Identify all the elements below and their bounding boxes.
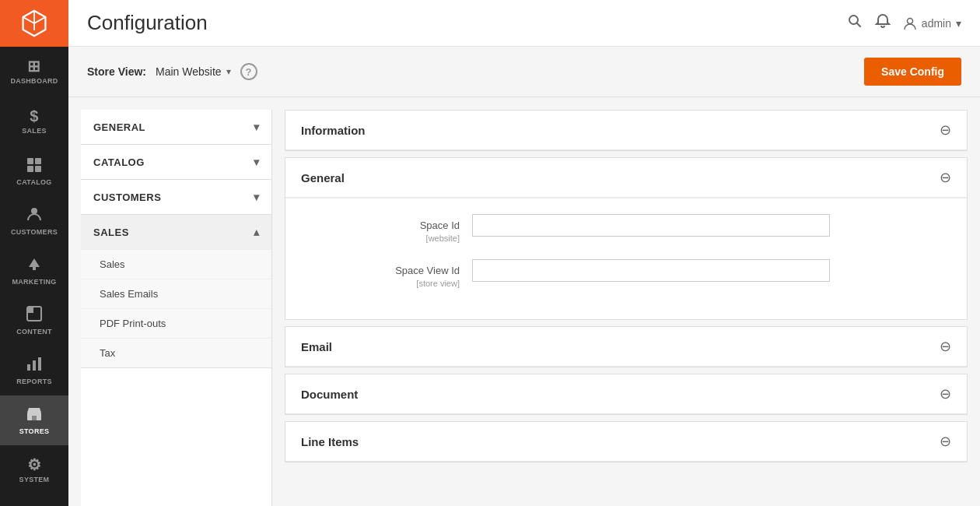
general-chevron-icon: ▾: [254, 121, 260, 133]
marketing-svg-icon: [26, 255, 43, 272]
space-id-input[interactable]: [472, 214, 830, 237]
panel-section-sales-label: SALES: [93, 227, 129, 238]
email-section-header[interactable]: Email ⊖: [285, 327, 967, 367]
sidebar-item-label: REPORTS: [16, 378, 52, 386]
svg-rect-7: [27, 307, 33, 313]
sidebar-item-catalog[interactable]: CATALOG: [0, 146, 68, 196]
magento-logo-icon: [20, 9, 48, 37]
sidebar-item-content[interactable]: CONTENT: [0, 296, 68, 346]
sidebar-item-label: STORES: [19, 427, 50, 436]
search-button[interactable]: [847, 13, 863, 33]
customers-svg-icon: [26, 206, 43, 223]
content-area: GENERAL ▾ CATALOG ▾ CUSTOMERS ▾: [68, 97, 980, 506]
svg-rect-1: [35, 158, 41, 164]
panel-section-general: GENERAL ▾: [81, 110, 271, 145]
document-toggle-icon: ⊖: [940, 385, 951, 402]
sales-chevron-icon: ▴: [254, 226, 260, 238]
reports-svg-icon: [26, 355, 43, 372]
svg-rect-9: [33, 360, 36, 371]
content-svg-icon: [26, 305, 43, 322]
space-id-input-wrapper: [472, 214, 951, 237]
left-panel: GENERAL ▾ CATALOG ▾ CUSTOMERS ▾: [81, 110, 272, 506]
general-toggle-icon: ⊖: [940, 169, 951, 186]
panel-sub-item-sales-emails[interactable]: Sales Emails: [81, 279, 271, 308]
space-id-label: Space Id [website]: [301, 214, 472, 245]
topbar: Configuration admin ▾: [68, 0, 980, 47]
panel-section-catalog: CATALOG ▾: [81, 145, 271, 180]
panel-section-catalog-label: CATALOG: [93, 156, 145, 168]
dashboard-icon: ⊞: [27, 58, 40, 74]
sidebar-item-reports[interactable]: REPORTS: [0, 346, 68, 395]
reports-icon: [26, 355, 43, 374]
panel-section-general-header[interactable]: GENERAL ▾: [81, 110, 271, 144]
svg-point-4: [31, 208, 37, 214]
document-title: Document: [301, 388, 358, 401]
space-view-id-input-wrapper: [472, 259, 951, 282]
sidebar-logo[interactable]: [0, 0, 68, 47]
config-section-line-items: Line Items ⊖: [285, 421, 968, 462]
panel-section-sales-header[interactable]: SALES ▴: [81, 215, 271, 249]
panel-section-catalog-header[interactable]: CATALOG ▾: [81, 145, 271, 179]
panel-section-general-label: GENERAL: [93, 121, 145, 133]
panel-sub-item-sales[interactable]: Sales: [81, 249, 271, 279]
right-panel: Information ⊖ General ⊖ Space Id [websit…: [272, 97, 980, 506]
svg-rect-3: [35, 166, 41, 172]
sidebar-item-sales[interactable]: $ SALES: [0, 97, 68, 146]
information-title: Information: [301, 124, 366, 137]
svg-rect-0: [27, 158, 33, 164]
topbar-actions: admin ▾: [847, 13, 961, 33]
sidebar-item-system[interactable]: ⚙ SYSTEM: [0, 445, 68, 495]
customers-chevron-icon: ▾: [254, 191, 260, 203]
svg-rect-10: [38, 357, 41, 371]
catalog-chevron-icon: ▾: [254, 156, 260, 168]
sidebar-item-label: SYSTEM: [19, 476, 50, 484]
store-view-left: Store View: Main Website ▾ ?: [87, 63, 257, 80]
panel-section-customers-header[interactable]: CUSTOMERS ▾: [81, 180, 271, 214]
panel-section-sales: SALES ▴ Sales Sales Emails PDF Print-out…: [81, 215, 271, 368]
sidebar-item-marketing[interactable]: MARKETING: [0, 246, 68, 296]
document-section-header[interactable]: Document ⊖: [285, 374, 967, 414]
general-title: General: [301, 171, 345, 184]
content-icon: [26, 305, 43, 325]
space-view-id-input[interactable]: [472, 259, 830, 282]
sidebar-item-customers[interactable]: CUSTOMERS: [0, 196, 68, 246]
store-view-select[interactable]: Main Website ▾: [156, 65, 231, 78]
panel-section-customers-label: CUSTOMERS: [93, 192, 161, 203]
email-toggle-icon: ⊖: [940, 338, 951, 355]
sidebar-item-stores[interactable]: STORES: [0, 395, 68, 445]
stores-icon: [26, 405, 43, 424]
general-section-body: Space Id [website] Space View Id [store …: [285, 198, 967, 319]
main-content: Configuration admin ▾: [68, 0, 980, 506]
panel-sub-item-pdf-printouts[interactable]: PDF Print-outs: [81, 308, 271, 338]
panel-sub-item-tax[interactable]: Tax: [81, 338, 271, 367]
sidebar-item-label: CONTENT: [16, 328, 52, 336]
store-view-bar: Store View: Main Website ▾ ? Save Config: [68, 47, 980, 97]
sidebar-item-label: CUSTOMERS: [11, 228, 58, 237]
customers-icon: [26, 206, 43, 225]
user-menu[interactable]: admin ▾: [903, 16, 961, 30]
sales-icon: $: [30, 108, 38, 124]
catalog-svg-icon: [26, 156, 43, 173]
sidebar-item-dashboard[interactable]: ⊞ DASHBOARD: [0, 47, 68, 97]
line-items-title: Line Items: [301, 435, 359, 448]
email-title: Email: [301, 340, 332, 353]
notifications-button[interactable]: [875, 13, 891, 33]
sidebar: ⊞ DASHBOARD $ SALES CATALOG CUSTOMERS: [0, 0, 68, 506]
sidebar-item-label: SALES: [22, 127, 47, 135]
sidebar-item-label: MARKETING: [12, 278, 56, 286]
svg-rect-2: [27, 166, 33, 172]
svg-point-14: [907, 18, 912, 23]
user-avatar-icon: [903, 16, 917, 30]
general-section-header[interactable]: General ⊖: [285, 158, 967, 198]
store-view-chevron-icon: ▾: [226, 66, 231, 77]
marketing-icon: [26, 255, 43, 275]
save-config-button[interactable]: Save Config: [864, 58, 961, 86]
config-section-information: Information ⊖: [285, 110, 968, 151]
svg-rect-8: [27, 364, 30, 371]
help-icon[interactable]: ?: [240, 63, 257, 80]
space-view-id-label: Space View Id [store view]: [301, 259, 472, 290]
store-view-value: Main Website: [156, 65, 222, 78]
line-items-section-header[interactable]: Line Items ⊖: [285, 422, 967, 462]
field-row-space-view-id: Space View Id [store view]: [301, 259, 951, 290]
information-section-header[interactable]: Information ⊖: [285, 111, 967, 150]
